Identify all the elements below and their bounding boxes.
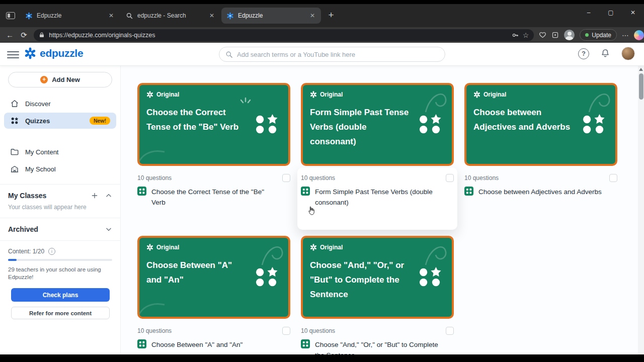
back-icon[interactable]: ←: [3, 31, 17, 39]
info-icon[interactable]: i: [48, 248, 55, 255]
select-checkbox[interactable]: [609, 174, 617, 182]
edpuzzle-app: edpuzzle ? + Add New Discover: [0, 43, 644, 354]
edpuzzle-flower-icon: [473, 91, 480, 98]
hand-cursor: [307, 206, 316, 216]
quiz-list-link[interactable]: Choose between Adjectives and Adverbs: [464, 187, 617, 197]
browser-tab-3-active[interactable]: Edpuzzle ✕: [221, 8, 321, 24]
divider: [0, 184, 120, 185]
select-checkbox[interactable]: [446, 174, 454, 182]
quiz-cell-2: Original Form Simple Past Tense Verbs (d…: [301, 83, 454, 230]
school-building-icon: [10, 164, 19, 173]
scrollbar-up-arrow[interactable]: [639, 68, 643, 71]
chevron-up-icon[interactable]: [105, 192, 112, 199]
select-checkbox[interactable]: [446, 327, 454, 335]
quiz-meta: 10 questions Choose between Adjectives a…: [464, 174, 617, 197]
sidebar: + Add New Discover Quizzes New! My Conte…: [0, 66, 121, 354]
quiz-card[interactable]: Original Choose between Adjectives and A…: [464, 83, 617, 166]
quiz-mini-icon: [464, 187, 473, 196]
my-classes-empty-text: Your classes will appear here: [8, 204, 112, 211]
vertical-scrollbar[interactable]: [638, 66, 644, 354]
refer-button[interactable]: Refer for more content: [11, 307, 110, 319]
update-label: Update: [592, 32, 611, 39]
folder-icon: [10, 147, 19, 156]
quiz-list-link[interactable]: Form Simple Past Tense Verbs (double con…: [301, 187, 454, 208]
copilot-icon[interactable]: [634, 30, 644, 40]
browser-tab-2[interactable]: edpuzzle - Search ✕: [121, 8, 220, 24]
content-progress-bar: [8, 259, 112, 261]
questions-count: 10 questions: [301, 174, 335, 182]
update-status-dot: [585, 33, 589, 37]
header-actions: ?: [578, 47, 635, 60]
refresh-icon[interactable]: ⟳: [17, 31, 31, 40]
select-checkbox[interactable]: [282, 327, 290, 335]
quiz-card[interactable]: Original Choose "And," "Or," or "But" to…: [301, 236, 454, 319]
window-controls: – ▢ ✕: [578, 4, 644, 21]
archived-section[interactable]: Archived: [8, 225, 112, 233]
update-button[interactable]: Update: [580, 29, 617, 41]
minimize-button[interactable]: –: [578, 4, 600, 21]
sidebar-item-my-content[interactable]: My Content: [4, 144, 116, 160]
browser-profile-avatar[interactable]: [564, 30, 575, 40]
loop-doodle: [422, 239, 450, 269]
quiz-list-link[interactable]: Choose Between "A" and "An": [137, 339, 290, 350]
tab-close-icon[interactable]: ✕: [308, 11, 317, 20]
quiz-grid-icon: [253, 114, 280, 136]
quiz-card[interactable]: Original Choose the Correct Tense of the…: [137, 83, 290, 166]
sidebar-item-label: Discover: [25, 100, 51, 108]
browser-essentials-icon[interactable]: [539, 31, 546, 39]
quiz-list-link[interactable]: Choose "And," "Or," or "But" to Complete…: [301, 339, 454, 354]
add-new-label: Add New: [52, 76, 80, 83]
original-badge-label: Original: [156, 244, 179, 251]
quiz-card[interactable]: Original Form Simple Past Tense Verbs (d…: [301, 83, 454, 166]
check-plans-button[interactable]: Check plans: [11, 288, 110, 302]
workspace-icon[interactable]: [6, 12, 15, 19]
quiz-mini-icon: [301, 187, 310, 196]
browser-tab-1[interactable]: Edpuzzle ✕: [20, 8, 120, 24]
my-classes-section: My Classes: [8, 192, 112, 200]
help-icon[interactable]: ?: [578, 48, 589, 59]
loop-doodle: [258, 239, 286, 269]
sidebar-item-quizzes[interactable]: Quizzes New!: [4, 113, 116, 129]
password-key-icon[interactable]: [512, 32, 519, 39]
chevron-down-icon[interactable]: [105, 226, 112, 233]
sidebar-item-my-school[interactable]: My School: [4, 161, 116, 177]
browser-menu-icon[interactable]: ⋯: [622, 31, 629, 39]
new-tab-button[interactable]: +: [324, 9, 338, 23]
add-new-button[interactable]: + Add New: [8, 72, 112, 87]
sparkle-doodle: [239, 97, 252, 108]
sidebar-item-discover[interactable]: Discover: [4, 96, 116, 112]
edpuzzle-flower-icon: [24, 47, 36, 59]
original-badge-label: Original: [156, 91, 179, 98]
app-header: edpuzzle ?: [0, 43, 644, 66]
user-avatar[interactable]: [621, 47, 635, 60]
notifications-bell-icon[interactable]: [600, 48, 610, 59]
edpuzzle-favicon: [226, 12, 234, 20]
add-class-icon[interactable]: [91, 192, 98, 199]
quiz-cell-5: Original Choose "And," "Or," or "But" to…: [301, 236, 454, 354]
quiz-list-link[interactable]: Choose the Correct Tense of the "Be" Ver…: [137, 187, 290, 208]
scrollbar-thumb[interactable]: [639, 73, 643, 100]
hamburger-menu-icon[interactable]: [7, 49, 19, 59]
favorites-star-icon[interactable]: ☆: [523, 31, 529, 39]
close-button[interactable]: ✕: [622, 4, 644, 21]
brand-wordmark: edpuzzle: [40, 47, 83, 59]
search-favicon: [126, 12, 133, 20]
tab-close-icon[interactable]: ✕: [107, 11, 116, 20]
search-input[interactable]: [237, 51, 439, 58]
tab-close-icon[interactable]: ✕: [207, 11, 216, 20]
address-bar[interactable]: https://edpuzzle.com/originals-quizzes ☆: [34, 29, 534, 41]
questions-count: 10 questions: [464, 174, 499, 182]
teachers-note: 29 teachers in your school are using Edp…: [8, 266, 112, 281]
maximize-button[interactable]: ▢: [600, 4, 622, 21]
select-checkbox[interactable]: [282, 174, 290, 182]
edpuzzle-logo[interactable]: edpuzzle: [24, 47, 83, 59]
tab-title: edpuzzle - Search: [137, 12, 203, 19]
quiz-meta: 10 questions Choose "And," "Or," or "But…: [301, 327, 454, 354]
quiz-card-title: Choose Between "A" and "An": [146, 258, 250, 287]
questions-count: 10 questions: [137, 327, 172, 334]
lock-icon: [39, 32, 45, 38]
original-badge-label: Original: [484, 91, 506, 98]
quiz-meta-hovered: 10 questions Form Simple Past Tense Verb…: [297, 167, 457, 230]
quiz-card[interactable]: Original Choose Between "A" and "An": [137, 236, 290, 319]
extensions-icon[interactable]: [551, 31, 559, 39]
